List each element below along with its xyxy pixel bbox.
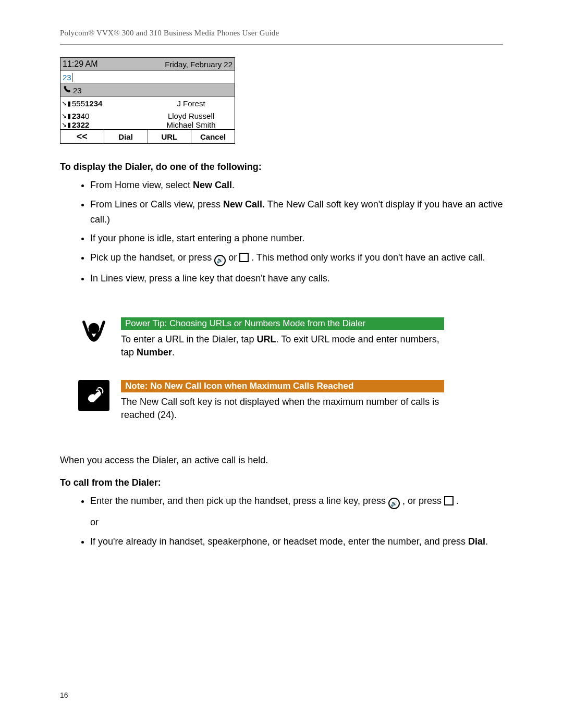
body-paragraph: When you access the Dialer, an active ca… xyxy=(60,453,503,467)
text-bold: Number xyxy=(137,347,172,357)
text: . xyxy=(485,536,488,547)
section-heading-display-dialer: To display the Dialer, do one of the fol… xyxy=(60,162,503,172)
text: To enter a URL in the Dialer, tap xyxy=(121,334,256,344)
phone-screenshot: 11:29 AM Friday, February 22 23 23 ➘▮ 55… xyxy=(60,57,235,144)
text: From Home view, select xyxy=(90,180,193,190)
speaker-icon: 🔊 xyxy=(388,495,400,510)
list-item: ➘▮ 2340 Lloyd Russell xyxy=(60,109,235,122)
text: Enter the number, and then pick up the h… xyxy=(90,496,388,506)
status-bar: 11:29 AM Friday, February 22 xyxy=(60,58,235,71)
phone-suggestions: ➘▮ 5551234 J Forest ➘▮ 2340 Lloyd Russel… xyxy=(60,97,235,130)
dial-input-row: 23 xyxy=(60,71,235,84)
note-title: Note: No New Call Icon when Maximum Call… xyxy=(121,380,444,392)
line-label: 23 xyxy=(73,86,82,95)
note-icon xyxy=(78,380,109,411)
status-date: Friday, February 22 xyxy=(165,60,232,69)
received-call-icon: ➘▮ xyxy=(62,100,71,107)
phone-handset-icon xyxy=(63,85,71,95)
note-text: The New Call soft key is not displayed w… xyxy=(121,396,444,422)
list-item: If your phone is idle, start entering a … xyxy=(90,231,503,246)
list-number: 2322 xyxy=(72,122,89,129)
status-time: 11:29 AM xyxy=(63,59,98,69)
list-number: 5551234 xyxy=(72,99,102,108)
or-text: or xyxy=(90,515,503,530)
list-item: In Lines view, press a line key that doe… xyxy=(90,271,503,286)
text-bold: URL xyxy=(256,334,276,344)
list-item-cut: ➘▮ 2322 Michael Smith xyxy=(60,122,235,130)
line-row: 23 xyxy=(60,84,235,97)
note-callout: Note: No New Call Icon when Maximum Call… xyxy=(78,380,503,422)
list-item: Enter the number, and then pick up the h… xyxy=(90,493,503,530)
text: . xyxy=(232,180,235,190)
list-name: Lloyd Russell xyxy=(148,112,235,120)
speaker-icon: 🔊 xyxy=(214,252,226,267)
headset-icon xyxy=(444,495,454,510)
list-item: Pick up the handset, or press 🔊 or . Thi… xyxy=(90,250,503,267)
power-tip-icon xyxy=(78,317,109,349)
power-tip-callout: Power Tip: Choosing URLs or Numbers Mode… xyxy=(78,317,503,359)
text-bold: New Call xyxy=(193,180,232,190)
list-item: From Home view, select New Call. xyxy=(90,178,503,193)
list-number: 2340 xyxy=(72,112,89,120)
list-item: If you're already in handset, speakerpho… xyxy=(90,534,503,549)
received-call-icon: ➘▮ xyxy=(62,122,71,128)
text: From Lines or Calls view, press xyxy=(90,199,223,209)
softkey-cancel[interactable]: Cancel xyxy=(191,130,235,143)
list-item: ➘▮ 5551234 J Forest xyxy=(60,97,235,109)
text-bold: Dial xyxy=(468,536,485,547)
list-name: Michael Smith xyxy=(148,122,235,129)
text: Pick up the handset, or press xyxy=(90,252,214,263)
display-dialer-list: From Home view, select New Call. From Li… xyxy=(60,178,503,286)
text: , or press xyxy=(402,496,444,506)
page-number: 16 xyxy=(60,691,68,699)
page-header: Polycom® VVX® 300 and 310 Business Media… xyxy=(60,29,503,38)
text-cursor xyxy=(72,73,72,82)
softkey-back[interactable]: << xyxy=(60,130,104,143)
section-heading-call-from-dialer: To call from the Dialer: xyxy=(60,477,503,488)
softkey-dial[interactable]: Dial xyxy=(104,130,148,143)
softkey-url[interactable]: URL xyxy=(148,130,192,143)
received-call-icon: ➘▮ xyxy=(62,113,71,119)
text: If you're already in handset, speakerpho… xyxy=(90,536,468,547)
dial-input-value: 23 xyxy=(63,73,71,82)
list-name: J Forest xyxy=(148,99,235,108)
text: . This method only works if you don't ha… xyxy=(251,252,485,263)
headset-icon xyxy=(239,252,249,267)
call-from-dialer-list: Enter the number, and then pick up the h… xyxy=(60,493,503,549)
text-bold: New Call. xyxy=(223,199,265,209)
power-tip-title: Power Tip: Choosing URLs or Numbers Mode… xyxy=(121,317,444,330)
text: . xyxy=(172,347,175,357)
text: . xyxy=(456,496,459,506)
softkey-bar: << Dial URL Cancel xyxy=(60,130,235,143)
text: or xyxy=(228,252,239,263)
header-rule xyxy=(60,44,503,45)
list-item: From Lines or Calls view, press New Call… xyxy=(90,197,503,227)
power-tip-text: To enter a URL in the Dialer, tap URL. T… xyxy=(121,333,444,359)
